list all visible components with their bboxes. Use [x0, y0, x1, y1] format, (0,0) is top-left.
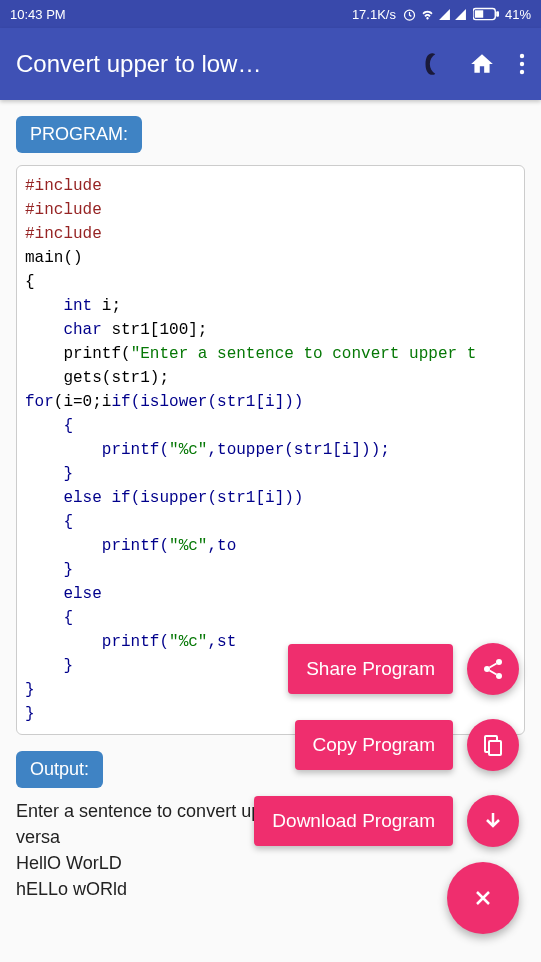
svg-point-8 — [484, 666, 490, 672]
app-title: Convert upper to low… — [16, 50, 419, 78]
wifi-icon — [420, 7, 435, 22]
more-vert-icon — [519, 53, 525, 75]
signal-icon-1 — [438, 8, 451, 21]
status-time: 10:43 PM — [10, 7, 66, 22]
status-speed: 17.1K/s — [352, 7, 396, 22]
copy-fab[interactable] — [467, 719, 519, 771]
share-icon — [481, 657, 505, 681]
status-battery: 41% — [505, 7, 531, 22]
copy-icon — [481, 733, 505, 757]
share-fab[interactable] — [467, 643, 519, 695]
share-label[interactable]: Share Program — [288, 644, 453, 694]
home-icon — [469, 51, 495, 77]
svg-point-5 — [520, 62, 524, 66]
menu-button[interactable] — [519, 53, 525, 75]
download-icon — [481, 809, 505, 833]
alarm-icon — [402, 7, 417, 22]
signal-icon-2 — [454, 8, 467, 21]
svg-rect-3 — [496, 11, 499, 17]
svg-point-6 — [520, 70, 524, 74]
output-line: HellO WorLD — [16, 850, 525, 876]
svg-rect-10 — [489, 741, 501, 755]
svg-rect-2 — [475, 10, 483, 17]
status-icons — [402, 7, 467, 22]
output-badge: Output: — [16, 751, 103, 788]
app-bar: Convert upper to low… — [0, 28, 541, 100]
fab-menu: Share Program Copy Program Download Prog… — [254, 643, 519, 847]
battery-icon — [473, 7, 499, 21]
home-button[interactable] — [469, 51, 495, 77]
program-badge: PROGRAM: — [16, 116, 142, 153]
close-icon — [471, 886, 495, 910]
svg-point-9 — [496, 673, 502, 679]
dark-mode-button[interactable] — [419, 51, 445, 77]
download-label[interactable]: Download Program — [254, 796, 453, 846]
copy-label[interactable]: Copy Program — [295, 720, 454, 770]
download-fab[interactable] — [467, 795, 519, 847]
svg-point-7 — [496, 659, 502, 665]
close-fab[interactable] — [447, 862, 519, 934]
status-bar: 10:43 PM 17.1K/s 41% — [0, 0, 541, 28]
moon-icon — [419, 51, 445, 77]
svg-point-4 — [520, 54, 524, 58]
